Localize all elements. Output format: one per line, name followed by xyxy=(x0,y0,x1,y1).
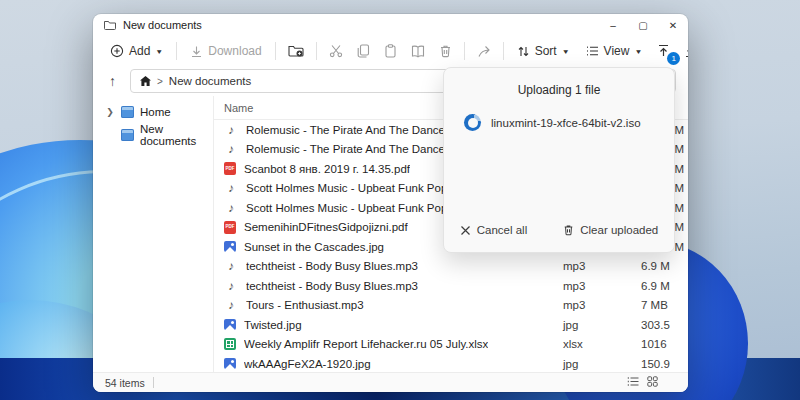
folder-plus-icon xyxy=(288,44,304,58)
progress-spinner-icon xyxy=(464,114,481,131)
file-name: Scanbot 8 янв. 2019 г. 14.35.pdf xyxy=(244,163,410,175)
view-button[interactable]: View ▼ xyxy=(579,40,650,62)
mp3-icon: ♪ xyxy=(224,279,238,293)
chevron-right-icon[interactable]: ❯ xyxy=(105,107,115,117)
blue-folder-icon xyxy=(121,129,134,141)
items-count: 54 items xyxy=(105,377,145,389)
file-size-fragment: M xyxy=(674,124,684,136)
rename-button[interactable] xyxy=(405,41,431,62)
close-x-icon xyxy=(460,225,471,236)
toolbar-separator xyxy=(275,42,276,60)
file-size: 6.9 M xyxy=(641,260,688,272)
file-row[interactable]: wkAAAgFeX2A-1920.jpg jpg 150.9 xyxy=(214,354,688,372)
copy-button[interactable] xyxy=(351,40,376,62)
toolbar-separator xyxy=(503,42,504,60)
breadcrumb-separator: > xyxy=(157,76,163,87)
sidebar: ❯ Home New documents xyxy=(93,96,213,372)
up-arrow-button[interactable]: ↑ xyxy=(103,72,122,90)
pdf-icon: PDF xyxy=(224,221,236,234)
mp3-icon: ♪ xyxy=(224,298,238,312)
grid-view-icon[interactable] xyxy=(647,376,658,389)
file-manager-window: New documents – ▢ ✕ Add ▼ Download xyxy=(93,14,688,392)
upload-popup-footer: Cancel all Clear uploaded xyxy=(444,221,674,252)
sort-arrows-icon xyxy=(517,45,530,58)
file-name: Twisted.jpg xyxy=(244,319,302,331)
uploading-file-name: linuxmint-19-xfce-64bit-v2.iso xyxy=(491,117,641,129)
status-bar: 54 items xyxy=(93,372,688,392)
download-icon xyxy=(684,44,688,58)
upload-status-button[interactable]: 1 xyxy=(651,40,676,62)
maximize-button[interactable]: ▢ xyxy=(628,14,658,36)
file-size: 7 MB xyxy=(641,299,688,311)
file-row[interactable]: ♪ techtheist - Body Busy Blues.mp3 mp3 6… xyxy=(214,257,688,277)
chevron-down-icon: ▼ xyxy=(634,47,642,54)
file-type: mp3 xyxy=(563,280,641,292)
download-icon xyxy=(190,45,203,58)
file-type: xlsx xyxy=(563,338,641,350)
home-icon xyxy=(140,76,151,86)
mp3-icon: ♪ xyxy=(224,259,238,273)
cancel-all-button[interactable]: Cancel all xyxy=(455,221,533,239)
cut-button[interactable] xyxy=(323,40,349,62)
sidebar-item-label: New documents xyxy=(140,123,209,147)
file-size-fragment: M xyxy=(674,221,684,233)
file-row[interactable]: Weekly Amplifr Report Lifehacker.ru 05 J… xyxy=(214,335,688,355)
add-button[interactable]: Add ▼ xyxy=(103,40,170,62)
window-title: New documents xyxy=(123,19,202,31)
file-name: Tours - Enthusiast.mp3 xyxy=(246,299,364,311)
mp3-icon: ♪ xyxy=(224,123,238,137)
share-button[interactable] xyxy=(471,41,497,62)
jpg-icon xyxy=(224,241,236,252)
sort-button[interactable]: Sort ▼ xyxy=(510,40,577,62)
file-size-fragment: M xyxy=(674,182,684,194)
file-row[interactable]: Twisted.jpg jpg 303.5 xyxy=(214,315,688,335)
share-icon xyxy=(477,45,491,58)
jpg-icon xyxy=(224,358,236,369)
breadcrumb-path[interactable]: New documents xyxy=(169,75,251,87)
sidebar-item-home[interactable]: ❯ Home xyxy=(97,100,209,123)
pdf-icon: PDF xyxy=(224,162,236,175)
file-name: Weekly Amplifr Report Lifehacker.ru 05 J… xyxy=(244,338,488,350)
delete-button[interactable] xyxy=(433,40,458,62)
file-size-fragment: M xyxy=(674,143,684,155)
trash-icon xyxy=(563,224,574,236)
toolbar-separator xyxy=(316,42,317,60)
upload-popup-title: Uploading 1 file xyxy=(444,83,674,97)
paste-button[interactable] xyxy=(378,40,403,62)
toolbar: Add ▼ Download xyxy=(93,36,688,66)
file-name: wkAAAgFeX2A-1920.jpg xyxy=(244,358,371,370)
download-status-button[interactable] xyxy=(678,40,688,62)
file-size-fragment: M xyxy=(674,163,684,175)
file-type: jpg xyxy=(563,358,641,370)
file-row[interactable]: ♪ Tours - Enthusiast.mp3 mp3 7 MB xyxy=(214,296,688,316)
clipboard-icon xyxy=(384,44,397,58)
file-size: 303.5 xyxy=(641,319,688,331)
file-size-fragment: M xyxy=(674,202,684,214)
file-size-fragment: M xyxy=(674,241,684,253)
list-view-icon xyxy=(586,45,599,57)
chevron-down-icon: ▼ xyxy=(562,47,570,54)
minimize-button[interactable]: – xyxy=(598,14,628,36)
status-divider xyxy=(153,377,154,388)
clear-uploaded-button[interactable]: Clear uploaded xyxy=(558,221,663,239)
uploading-file-row: linuxmint-19-xfce-64bit-v2.iso xyxy=(464,114,674,131)
file-name: techtheist - Body Busy Blues.mp3 xyxy=(246,260,418,272)
circle-plus-icon xyxy=(110,44,124,58)
folder-icon xyxy=(104,20,116,30)
file-size: 150.9 xyxy=(641,358,688,370)
chevron-down-icon: ▼ xyxy=(155,47,163,54)
file-name: SemenihinDFitnesGidpojizni.pdf xyxy=(244,221,408,233)
sidebar-item-new-documents[interactable]: New documents xyxy=(97,123,209,146)
upload-progress-popup: Uploading 1 file linuxmint-19-xfce-64bit… xyxy=(443,67,675,253)
file-name: Scott Holmes Music - Upbeat Funk Pop.mp3 xyxy=(246,182,473,194)
file-row[interactable]: ♪ techtheist - Body Busy Blues.mp3 mp3 6… xyxy=(214,276,688,296)
xlsx-icon xyxy=(224,338,236,350)
details-view-icon[interactable] xyxy=(627,376,639,389)
mp3-icon: ♪ xyxy=(224,201,238,215)
file-type: jpg xyxy=(563,319,641,331)
file-type: mp3 xyxy=(563,260,641,272)
new-folder-button[interactable] xyxy=(282,40,310,62)
close-button[interactable]: ✕ xyxy=(658,14,688,36)
mp3-icon: ♪ xyxy=(224,181,238,195)
download-button[interactable]: Download xyxy=(183,40,268,62)
